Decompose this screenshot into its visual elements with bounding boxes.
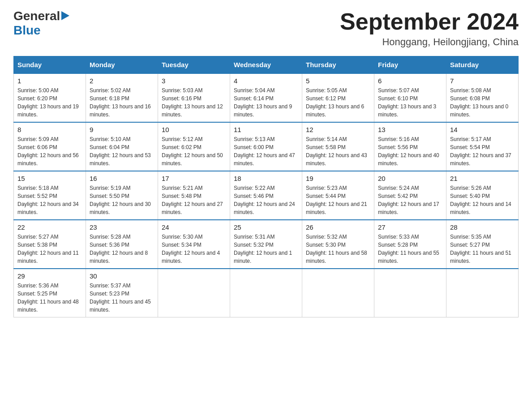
- day-number: 23: [90, 223, 154, 231]
- calendar-cell: 6Sunrise: 5:07 AMSunset: 6:10 PMDaylight…: [374, 73, 446, 122]
- day-number: 22: [17, 223, 82, 231]
- calendar-header-saturday: Saturday: [446, 56, 519, 74]
- calendar-cell: 3Sunrise: 5:03 AMSunset: 6:16 PMDaylight…: [158, 73, 230, 122]
- calendar-header-thursday: Thursday: [302, 56, 374, 74]
- calendar-week-row: 22Sunrise: 5:27 AMSunset: 5:38 PMDayligh…: [14, 220, 519, 269]
- day-number: 4: [234, 77, 298, 85]
- day-number: 8: [17, 126, 82, 133]
- day-number: 10: [162, 126, 226, 133]
- calendar-cell: 4Sunrise: 5:04 AMSunset: 6:14 PMDaylight…: [230, 73, 302, 122]
- logo-general-text: General: [13, 9, 60, 23]
- calendar-cell: 23Sunrise: 5:28 AMSunset: 5:36 PMDayligh…: [86, 220, 158, 269]
- calendar-cell: 2Sunrise: 5:02 AMSunset: 6:18 PMDaylight…: [86, 73, 158, 122]
- day-info: Sunrise: 5:14 AMSunset: 5:58 PMDaylight:…: [306, 135, 370, 167]
- calendar-week-row: 29Sunrise: 5:36 AMSunset: 5:25 PMDayligh…: [14, 269, 519, 317]
- calendar-header-tuesday: Tuesday: [158, 56, 230, 74]
- logo-triangle-icon: [61, 11, 69, 20]
- day-info: Sunrise: 5:26 AMSunset: 5:40 PMDaylight:…: [450, 184, 515, 216]
- calendar-cell: 5Sunrise: 5:05 AMSunset: 6:12 PMDaylight…: [302, 73, 374, 122]
- calendar-cell: [446, 269, 519, 317]
- svg-marker-0: [61, 11, 69, 20]
- day-info: Sunrise: 5:13 AMSunset: 6:00 PMDaylight:…: [234, 135, 298, 167]
- calendar-cell: [302, 269, 374, 317]
- calendar-title-area: September 2024 Honggang, Heilongjiang, C…: [340, 9, 519, 48]
- day-number: 7: [450, 77, 515, 85]
- day-number: 24: [162, 223, 226, 231]
- day-info: Sunrise: 5:05 AMSunset: 6:12 PMDaylight:…: [306, 86, 370, 119]
- calendar-cell: 8Sunrise: 5:09 AMSunset: 6:06 PMDaylight…: [14, 122, 86, 171]
- day-number: 17: [162, 175, 226, 182]
- day-info: Sunrise: 5:10 AMSunset: 6:04 PMDaylight:…: [90, 135, 154, 167]
- day-number: 1: [17, 77, 82, 85]
- day-info: Sunrise: 5:03 AMSunset: 6:16 PMDaylight:…: [162, 86, 226, 119]
- day-info: Sunrise: 5:30 AMSunset: 5:34 PMDaylight:…: [162, 233, 226, 265]
- day-number: 19: [306, 175, 370, 182]
- calendar-cell: 27Sunrise: 5:33 AMSunset: 5:28 PMDayligh…: [374, 220, 446, 269]
- calendar-week-row: 15Sunrise: 5:18 AMSunset: 5:52 PMDayligh…: [14, 171, 519, 220]
- calendar-header-sunday: Sunday: [14, 56, 86, 74]
- calendar-cell: 13Sunrise: 5:16 AMSunset: 5:56 PMDayligh…: [374, 122, 446, 171]
- calendar-cell: 20Sunrise: 5:24 AMSunset: 5:42 PMDayligh…: [374, 171, 446, 220]
- calendar-cell: 19Sunrise: 5:23 AMSunset: 5:44 PMDayligh…: [302, 171, 374, 220]
- day-number: 28: [450, 223, 515, 231]
- calendar-cell: 18Sunrise: 5:22 AMSunset: 5:46 PMDayligh…: [230, 171, 302, 220]
- day-number: 25: [234, 223, 298, 231]
- calendar-month-year: September 2024: [340, 9, 519, 34]
- calendar-cell: 11Sunrise: 5:13 AMSunset: 6:00 PMDayligh…: [230, 122, 302, 171]
- calendar-cell: 29Sunrise: 5:36 AMSunset: 5:25 PMDayligh…: [14, 269, 86, 317]
- day-number: 6: [378, 77, 442, 85]
- calendar-location: Honggang, Heilongjiang, China: [340, 36, 519, 48]
- calendar-cell: [374, 269, 446, 317]
- day-number: 5: [306, 77, 370, 85]
- calendar-cell: 15Sunrise: 5:18 AMSunset: 5:52 PMDayligh…: [14, 171, 86, 220]
- calendar-cell: 1Sunrise: 5:00 AMSunset: 6:20 PMDaylight…: [14, 73, 86, 122]
- calendar-cell: 21Sunrise: 5:26 AMSunset: 5:40 PMDayligh…: [446, 171, 519, 220]
- calendar-cell: 16Sunrise: 5:19 AMSunset: 5:50 PMDayligh…: [86, 171, 158, 220]
- calendar-header-row: SundayMondayTuesdayWednesdayThursdayFrid…: [14, 56, 519, 74]
- calendar-cell: 9Sunrise: 5:10 AMSunset: 6:04 PMDaylight…: [86, 122, 158, 171]
- calendar-cell: 24Sunrise: 5:30 AMSunset: 5:34 PMDayligh…: [158, 220, 230, 269]
- day-number: 9: [90, 126, 154, 133]
- day-number: 29: [17, 272, 82, 280]
- day-number: 18: [234, 175, 298, 182]
- calendar-cell: 22Sunrise: 5:27 AMSunset: 5:38 PMDayligh…: [14, 220, 86, 269]
- day-info: Sunrise: 5:24 AMSunset: 5:42 PMDaylight:…: [378, 184, 442, 216]
- day-info: Sunrise: 5:12 AMSunset: 6:02 PMDaylight:…: [162, 135, 226, 167]
- day-number: 16: [90, 175, 154, 182]
- logo-blue-text: Blue: [13, 23, 41, 37]
- day-info: Sunrise: 5:32 AMSunset: 5:30 PMDaylight:…: [306, 233, 370, 265]
- day-info: Sunrise: 5:31 AMSunset: 5:32 PMDaylight:…: [234, 233, 298, 265]
- calendar-header-wednesday: Wednesday: [230, 56, 302, 74]
- day-info: Sunrise: 5:33 AMSunset: 5:28 PMDaylight:…: [378, 233, 442, 265]
- day-number: 3: [162, 77, 226, 85]
- day-info: Sunrise: 5:19 AMSunset: 5:50 PMDaylight:…: [90, 184, 154, 216]
- day-number: 20: [378, 175, 442, 182]
- day-info: Sunrise: 5:17 AMSunset: 5:54 PMDaylight:…: [450, 135, 515, 167]
- calendar-header-friday: Friday: [374, 56, 446, 74]
- page-header: General Blue September 2024 Honggang, He…: [13, 9, 519, 48]
- day-number: 21: [450, 175, 515, 182]
- day-info: Sunrise: 5:37 AMSunset: 5:23 PMDaylight:…: [90, 282, 154, 314]
- day-number: 30: [90, 272, 154, 280]
- day-number: 26: [306, 223, 370, 231]
- calendar-week-row: 8Sunrise: 5:09 AMSunset: 6:06 PMDaylight…: [14, 122, 519, 171]
- calendar-cell: 26Sunrise: 5:32 AMSunset: 5:30 PMDayligh…: [302, 220, 374, 269]
- calendar-cell: 7Sunrise: 5:08 AMSunset: 6:08 PMDaylight…: [446, 73, 519, 122]
- day-number: 12: [306, 126, 370, 133]
- day-info: Sunrise: 5:02 AMSunset: 6:18 PMDaylight:…: [90, 86, 154, 119]
- calendar-cell: 28Sunrise: 5:35 AMSunset: 5:27 PMDayligh…: [446, 220, 519, 269]
- day-number: 27: [378, 223, 442, 231]
- calendar-header-monday: Monday: [86, 56, 158, 74]
- day-number: 14: [450, 126, 515, 133]
- day-info: Sunrise: 5:16 AMSunset: 5:56 PMDaylight:…: [378, 135, 442, 167]
- calendar-cell: 14Sunrise: 5:17 AMSunset: 5:54 PMDayligh…: [446, 122, 519, 171]
- calendar-cell: 25Sunrise: 5:31 AMSunset: 5:32 PMDayligh…: [230, 220, 302, 269]
- day-info: Sunrise: 5:08 AMSunset: 6:08 PMDaylight:…: [450, 86, 515, 119]
- day-info: Sunrise: 5:23 AMSunset: 5:44 PMDaylight:…: [306, 184, 370, 216]
- day-number: 15: [17, 175, 82, 182]
- calendar-cell: [158, 269, 230, 317]
- calendar-week-row: 1Sunrise: 5:00 AMSunset: 6:20 PMDaylight…: [14, 73, 519, 122]
- day-number: 13: [378, 126, 442, 133]
- calendar-table: SundayMondayTuesdayWednesdayThursdayFrid…: [13, 56, 519, 317]
- day-info: Sunrise: 5:35 AMSunset: 5:27 PMDaylight:…: [450, 233, 515, 265]
